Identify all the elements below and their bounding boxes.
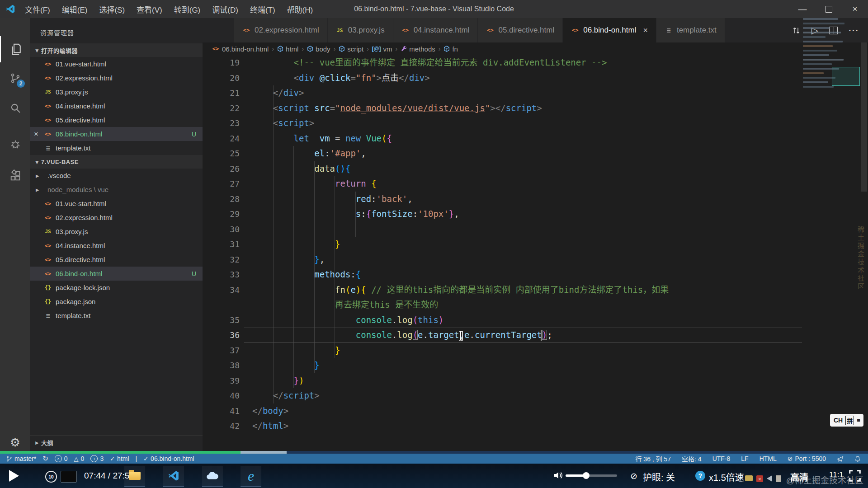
volume-icon[interactable] xyxy=(552,470,563,481)
open-changes-icon[interactable] xyxy=(792,26,801,35)
taskbar-explorer-button[interactable] xyxy=(124,466,145,487)
volume-slider[interactable] xyxy=(566,474,617,477)
status-notifications[interactable] xyxy=(854,455,861,462)
code-line-34-wrap[interactable]: 再去绑定this 是不生效的 xyxy=(203,297,868,313)
code-line-21[interactable]: 21 </div> xyxy=(203,85,868,101)
status-separator[interactable]: | xyxy=(136,455,137,462)
activity-source-control-icon[interactable]: 2 xyxy=(0,65,30,91)
code-line-42[interactable]: 42</html> xyxy=(203,418,868,434)
tab-04-instance-html[interactable]: <>04.instance.html xyxy=(393,18,478,42)
tree-item-05-directive-html[interactable]: <>05.directive.html xyxy=(30,253,203,267)
volume-knob[interactable] xyxy=(583,472,590,479)
minimap[interactable] xyxy=(803,18,858,136)
code-line-22[interactable]: 22 <script src="node_modules/vue/dist/vu… xyxy=(203,101,868,116)
breadcrumb-html[interactable]: html xyxy=(277,45,298,53)
status-indentation[interactable]: 空格: 4 xyxy=(682,454,702,463)
breadcrumb-body[interactable]: body xyxy=(307,45,330,53)
open-editor-template-txt[interactable]: ≡template.txt xyxy=(30,141,203,155)
editor-scrollbar[interactable] xyxy=(861,42,867,192)
open-editor-03-proxy-js[interactable]: JS03.proxy.js xyxy=(30,85,203,99)
tab-03-proxy-js[interactable]: JS03.proxy.js xyxy=(328,18,393,42)
tree-item-package-json[interactable]: {}package.json xyxy=(30,295,203,309)
replay-10s-icon[interactable]: 10 xyxy=(45,471,57,483)
project-header[interactable]: ▾ 7.VUE-BASE xyxy=(30,155,203,169)
status-cursor-position[interactable]: 行 36 , 列 57 xyxy=(635,454,671,463)
menu-调试-d[interactable]: 调试(D) xyxy=(206,1,244,17)
code-line-29[interactable]: 29 s:{fontSize:'10px'}, xyxy=(203,206,868,222)
status-file-check[interactable]: ✓06.bind-on.html xyxy=(143,455,194,462)
eye-protect-toggle[interactable]: 护眼: 关 xyxy=(643,470,675,483)
menu-编辑-e[interactable]: 编辑(E) xyxy=(56,1,94,17)
close-button[interactable]: × xyxy=(842,0,868,18)
code-line-19[interactable]: 19 <!-- vue里面的事件绑定 直接绑定给当前元素 div.addEven… xyxy=(203,55,868,70)
tab-02-expression-html[interactable]: <>02.expression.html xyxy=(234,18,328,42)
code-line-41[interactable]: 41</body> xyxy=(203,404,868,419)
open-editor-06-bind-on-html[interactable]: ×<>06.bind-on.htmlU xyxy=(30,127,203,141)
menu-终端-t[interactable]: 终端(T) xyxy=(244,1,281,17)
activity-search-icon[interactable] xyxy=(0,95,30,121)
tray-folder-icon[interactable] xyxy=(745,475,753,481)
code-editor[interactable]: 19 <!-- vue里面的事件绑定 直接绑定给当前元素 div.addEven… xyxy=(203,55,868,451)
code-line-34[interactable]: 34 fn(e){ // 这里的this指向的都是当前实例 内部使用了bind方… xyxy=(203,282,868,298)
speed-button[interactable]: x1.5倍速 xyxy=(709,470,744,483)
breadcrumb-06-bind-on-html[interactable]: <>06.bind-on.html xyxy=(212,45,269,53)
tree-item-02-expression-html[interactable]: <>02.expression.html xyxy=(30,211,203,225)
taskbar-ie-button[interactable]: e xyxy=(241,466,261,487)
menu-转到-g[interactable]: 转到(G) xyxy=(168,1,207,17)
activity-debug-icon[interactable] xyxy=(0,131,30,157)
breadcrumb-fn[interactable]: fn xyxy=(443,45,458,53)
open-editor-04-instance-html[interactable]: <>04.instance.html xyxy=(30,99,203,113)
outline-section[interactable]: ▸ 大纲 xyxy=(30,435,203,449)
code-line-24[interactable]: 24 let vm = new Vue({ xyxy=(203,131,868,146)
mini-screen-icon[interactable] xyxy=(61,471,77,483)
activity-explorer-icon[interactable] xyxy=(0,36,31,62)
code-line-36[interactable]: 36 console.log(e.target,e.currentTarget)… xyxy=(203,328,868,343)
code-line-38[interactable]: 38 } xyxy=(203,358,868,373)
code-line-39[interactable]: 39 }) xyxy=(203,373,868,389)
activity-extensions-icon[interactable] xyxy=(0,163,30,189)
ime-indicator[interactable]: CH 拼 ≡ xyxy=(830,414,863,427)
status-language[interactable]: HTML xyxy=(760,455,777,462)
tree-item-package-lock-json[interactable]: {}package-lock.json xyxy=(30,281,203,295)
open-editor-02-expression-html[interactable]: <>02.expression.html xyxy=(30,71,203,85)
tray-alert-icon[interactable]: × xyxy=(756,475,763,482)
tree-item-06-bind-on-html[interactable]: <>06.bind-on.htmlU xyxy=(30,267,203,281)
status-branch[interactable]: master* xyxy=(6,455,36,462)
code-line-33[interactable]: 33 methods:{ xyxy=(203,267,868,282)
tree-item-node-modules-vue[interactable]: ▸node_modules \ vue xyxy=(30,183,203,197)
tree-item-vscode[interactable]: ▸.vscode xyxy=(30,169,203,183)
tree-item-03-proxy-js[interactable]: JS03.proxy.js xyxy=(30,225,203,239)
status-errors[interactable]: ×0 xyxy=(55,455,68,462)
open-editor-01-vue-start-html[interactable]: <>01.vue-start.html xyxy=(30,57,203,71)
tab-05-directive-html[interactable]: <>05.directive.html xyxy=(478,18,563,42)
status-warnings[interactable]: △0 xyxy=(74,455,85,462)
open-editors-header[interactable]: ▾ 打开的编辑器 xyxy=(30,43,203,57)
tree-item-01-vue-start-html[interactable]: <>01.vue-start.html xyxy=(30,197,203,211)
menu-帮助-h[interactable]: 帮助(H) xyxy=(281,1,319,17)
tray-speaker-icon[interactable] xyxy=(767,475,772,482)
tab-close-icon[interactable]: × xyxy=(643,26,648,35)
maximize-button[interactable] xyxy=(816,0,842,18)
code-line-27[interactable]: 27 return { xyxy=(203,176,868,192)
tree-item-04-instance-html[interactable]: <>04.instance.html xyxy=(30,239,203,253)
code-line-26[interactable]: 26 data(){ xyxy=(203,161,868,177)
status-port[interactable]: ⊘Port : 5500 xyxy=(788,455,826,462)
code-line-20[interactable]: 20 <div @click="fn">点击</div> xyxy=(203,70,868,86)
play-button[interactable] xyxy=(9,470,19,482)
code-line-37[interactable]: 37 } xyxy=(203,343,868,358)
open-editor-05-directive-html[interactable]: <>05.directive.html xyxy=(30,113,203,127)
status-sync[interactable]: ↻ xyxy=(42,455,48,463)
code-line-40[interactable]: 40 </script> xyxy=(203,388,868,404)
code-line-23[interactable]: 23 <script> xyxy=(203,116,868,131)
taskbar-vscode-button[interactable] xyxy=(163,466,184,487)
breadcrumb-vm[interactable]: [@]vm xyxy=(372,45,392,53)
tab-template-txt[interactable]: ≡template.txt xyxy=(656,18,725,42)
taskbar-cloud-button[interactable] xyxy=(202,466,223,487)
tab-06-bind-on-html[interactable]: <>06.bind-on.html× xyxy=(563,18,656,42)
code-line-31[interactable]: 31 } xyxy=(203,237,868,252)
breadcrumb-script[interactable]: script xyxy=(339,45,363,53)
menu-查看-v[interactable]: 查看(V) xyxy=(131,1,168,17)
close-icon[interactable]: × xyxy=(34,130,38,139)
breadcrumb-methods[interactable]: methods xyxy=(401,45,435,53)
status-feedback[interactable] xyxy=(837,455,844,462)
